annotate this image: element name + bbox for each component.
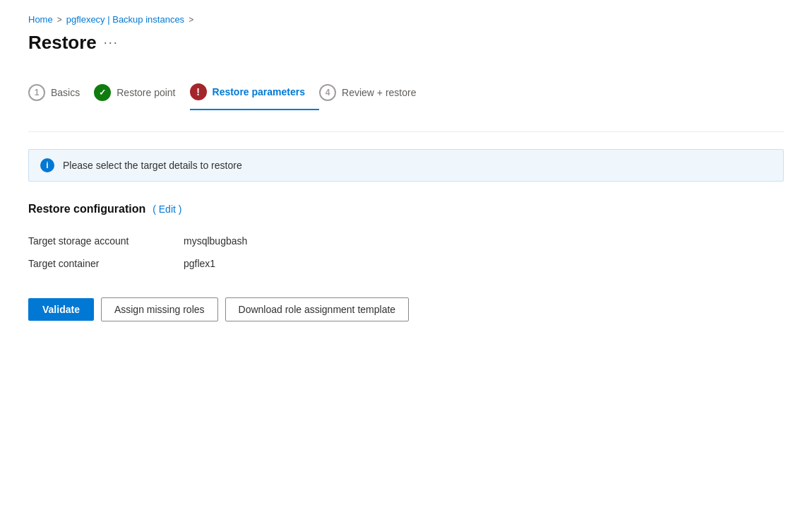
info-banner-text: Please select the target details to rest… xyxy=(63,160,242,171)
wizard-steps-wrapper: 1 Basics ✓ Restore point ! Restore param… xyxy=(28,75,784,132)
assign-missing-roles-button[interactable]: Assign missing roles xyxy=(101,297,218,321)
page-title-row: Restore ··· xyxy=(28,32,784,54)
info-icon: i xyxy=(40,158,54,172)
step-circle-review-restore: 4 xyxy=(319,84,336,101)
info-banner: i Please select the target details to re… xyxy=(28,149,784,182)
breadcrumb-sep1: > xyxy=(57,15,62,25)
target-storage-account-value: mysqlbugbash xyxy=(184,230,784,252)
breadcrumb-home[interactable]: Home xyxy=(28,14,53,25)
validate-button[interactable]: Validate xyxy=(28,298,94,321)
config-table: Target storage account mysqlbugbash Targ… xyxy=(28,230,784,275)
download-template-button[interactable]: Download role assignment template xyxy=(225,297,410,321)
step-circle-basics: 1 xyxy=(28,84,45,101)
page-container: Home > pgflexecy | Backup instances > Re… xyxy=(0,0,812,520)
step-circle-restore-point: ✓ xyxy=(94,84,111,101)
more-options-icon[interactable]: ··· xyxy=(104,35,119,50)
step-label-review-restore: Review + restore xyxy=(342,87,416,98)
target-container-label: Target container xyxy=(28,252,184,275)
edit-link[interactable]: ( Edit ) xyxy=(153,203,181,215)
breadcrumb-parent[interactable]: pgflexecy | Backup instances xyxy=(66,14,184,25)
section-title-row: Restore configuration ( Edit ) xyxy=(28,203,784,215)
page-title: Restore xyxy=(28,32,97,54)
wizard-step-restore-parameters[interactable]: ! Restore parameters xyxy=(190,75,320,110)
wizard-step-basics[interactable]: 1 Basics xyxy=(28,76,94,110)
wizard-step-review-restore[interactable]: 4 Review + restore xyxy=(319,76,430,110)
step-circle-restore-parameters: ! xyxy=(190,83,207,100)
breadcrumb-sep2: > xyxy=(189,15,193,25)
wizard-step-restore-point[interactable]: ✓ Restore point xyxy=(94,76,189,110)
restore-configuration-section: Restore configuration ( Edit ) Target st… xyxy=(28,203,784,275)
target-container-value: pgflex1 xyxy=(184,252,784,275)
step-label-basics: Basics xyxy=(51,87,80,98)
step-label-restore-point: Restore point xyxy=(117,87,175,98)
step-label-restore-parameters: Restore parameters xyxy=(213,86,306,98)
target-storage-account-label: Target storage account xyxy=(28,230,184,252)
actions-row: Validate Assign missing roles Download r… xyxy=(28,297,784,321)
breadcrumb: Home > pgflexecy | Backup instances > xyxy=(28,14,784,25)
section-title: Restore configuration xyxy=(28,203,145,215)
wizard-steps: 1 Basics ✓ Restore point ! Restore param… xyxy=(28,75,784,110)
